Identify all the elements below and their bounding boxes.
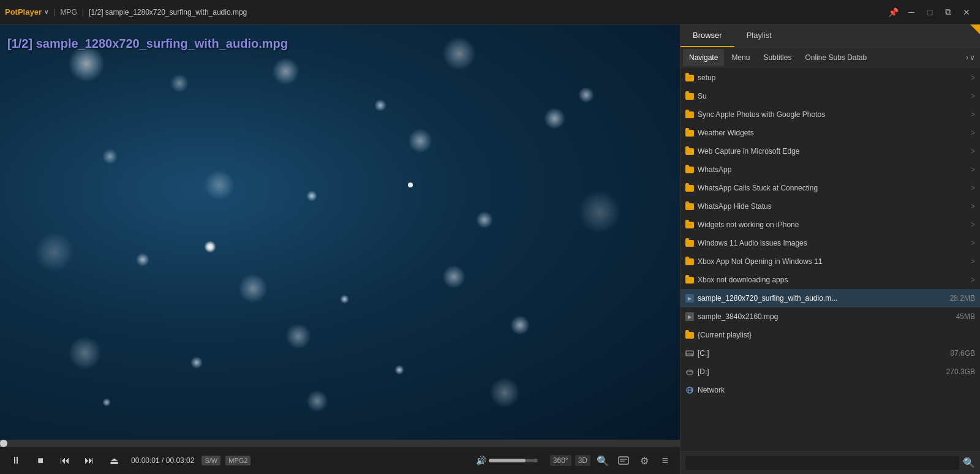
folder-icon [685,75,694,81]
play-pause-button[interactable]: ⏸ [6,451,26,470]
right-controls: 360° 3D 🔍 ⚙ ≡ [550,452,674,469]
stop-button[interactable]: ■ [31,451,50,470]
pin-button[interactable]: 📌 [884,4,902,21]
right-panel: Browser Playlist Navigate Menu Subtitles… [680,24,980,474]
title-separator2: | [82,7,84,17]
file-title: [1/2] sample_1280x720_surfing_with_audio… [89,8,247,17]
folder-icon [685,222,694,228]
subtitles-button[interactable] [615,452,632,469]
search-input[interactable] [685,456,959,470]
item-label: sample_1280x720_surfing_with_audio.m... [698,294,944,303]
folder-icon [685,240,694,247]
drive-c-icon [685,349,694,358]
format-label: MPG [60,8,77,17]
video-file-icon: ▶ [685,294,694,303]
item-arrow: > [971,184,975,192]
list-item[interactable]: WhatsApp Hide Status > [680,197,980,216]
list-item[interactable]: Sync Apple Photos with Google Photos > [680,105,980,124]
item-label: WhatsApp Hide Status [698,202,967,211]
badge-360[interactable]: 360° [550,455,571,466]
close-button[interactable]: ✕ [958,4,975,21]
list-item[interactable]: WhatsApp Calls Stuck at Connecting > [680,179,980,197]
item-label: Network [698,386,975,394]
list-item[interactable]: Windows 11 Audio issues Images > [680,234,980,252]
list-item[interactable]: [C:] 87.6GB [680,344,980,363]
sub-tab-online-subs[interactable]: Online Subs Datab [799,49,873,66]
sub-tab-subtitles[interactable]: Subtitles [757,49,797,66]
item-arrow: > [971,147,975,156]
item-size: 28.2MB [950,294,975,303]
panel-bottom: 🔍 [680,451,980,474]
title-separator: | [53,7,55,17]
dropdown-arrow[interactable]: ∨ [44,9,48,15]
item-arrow: > [971,220,975,229]
item-label: WhatsApp [698,165,967,174]
minimize-button[interactable]: ─ [903,4,920,21]
volume-icon: 🔊 [476,456,486,465]
list-item[interactable]: Web Capture in Microsoft Edge > [680,142,980,160]
sub-tab-menu[interactable]: Menu [725,49,756,66]
list-item[interactable]: Xbox App Not Opening in Windows 11 > [680,252,980,271]
video-overlay-title: [1/2] sample_1280x720_surfing_with_audio… [7,37,288,51]
eject-button[interactable]: ⏏ [104,451,124,470]
window-controls: 📌 ─ □ ⧉ ✕ [884,4,975,21]
time-total: 00:03:02 [166,456,195,465]
folder-icon [685,185,694,192]
item-label: Web Capture in Microsoft Edge [698,147,967,156]
item-label: Windows 11 Audio issues Images [698,239,967,247]
item-size: 87.6GB [950,349,975,358]
search-icon[interactable]: 🔍 [963,457,975,468]
controls-bottom: ⏸ ■ ⏮ ⏭ ⏏ 00:00:01 / 00:03:02 S/W MPG2 🔊 [0,447,680,474]
browser-list: setup > Su > Sync Apple Photos with Goog… [680,67,980,451]
item-arrow: > [971,257,975,266]
volume-control: 🔊 [476,456,538,465]
sub-tab-more[interactable]: › ∨ [963,53,978,62]
list-item[interactable]: ▶ sample_1280x720_surfing_with_audio.m..… [680,289,980,307]
folder-icon [685,93,694,100]
folder-icon [685,111,694,118]
video-frame[interactable]: [1/2] sample_1280x720_surfing_with_audio… [0,24,680,440]
item-arrow: > [971,129,975,137]
more-arrow-right: › [966,53,968,62]
item-arrow: > [971,276,975,284]
list-item[interactable]: [D:] 270.3GB [680,363,980,381]
sub-tabs: Navigate Menu Subtitles Online Subs Data… [680,48,980,67]
list-item[interactable]: Weather Widgets > [680,124,980,142]
item-arrow: > [971,110,975,119]
zoom-button[interactable]: 🔍 [594,452,611,469]
item-label: Su [698,92,967,100]
item-label: {Current playlist} [698,331,975,339]
next-button[interactable]: ⏭ [80,451,99,470]
badge-3d[interactable]: 3D [575,455,590,466]
list-item[interactable]: Su > [680,87,980,105]
tab-playlist[interactable]: Playlist [734,24,784,47]
item-label: [D:] [698,367,940,376]
restore-button[interactable]: □ [921,4,938,21]
svg-point-9 [687,371,693,375]
list-item[interactable]: {Current playlist} [680,326,980,344]
item-arrow: > [971,239,975,247]
drive-d-icon [685,367,694,376]
list-item[interactable]: WhatsApp > [680,160,980,179]
format-badge: MPG2 [225,456,251,465]
folder-icon [685,277,694,284]
video-area: [1/2] sample_1280x720_surfing_with_audio… [0,24,680,474]
list-item[interactable]: Widgets not working on iPhone > [680,216,980,234]
list-item[interactable]: setup > [680,69,980,87]
list-item[interactable]: Xbox not downloading apps > [680,271,980,289]
more-chevron: ∨ [970,53,975,62]
maximize-button[interactable]: ⧉ [940,4,957,21]
item-label: WhatsApp Calls Stuck at Connecting [698,184,967,192]
svg-rect-0 [619,457,628,464]
seek-bar[interactable] [0,440,680,447]
tab-browser[interactable]: Browser [680,24,734,47]
volume-bar[interactable] [489,459,538,462]
settings-button[interactable]: ⚙ [636,452,653,469]
time-separator: / [162,456,166,465]
app-name[interactable]: PotPlayer ∨ [5,7,48,17]
list-item[interactable]: ▶ sample_3840x2160.mpg 45MB [680,307,980,326]
prev-button[interactable]: ⏮ [55,451,75,470]
sub-tab-navigate[interactable]: Navigate [683,49,724,66]
menu-button[interactable]: ≡ [657,452,674,469]
list-item[interactable]: Network [680,381,980,399]
